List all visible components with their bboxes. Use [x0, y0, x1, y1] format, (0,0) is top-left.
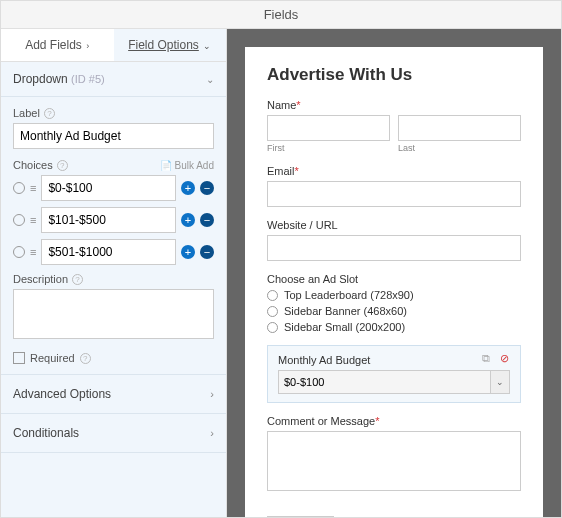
add-choice-button[interactable]: +: [181, 213, 195, 227]
chevron-right-icon: ›: [210, 388, 214, 400]
label-input[interactable]: [13, 123, 214, 149]
budget-select[interactable]: [278, 370, 490, 394]
remove-choice-button[interactable]: −: [200, 181, 214, 195]
bulk-add-link[interactable]: 📄 Bulk Add: [160, 160, 214, 171]
advanced-options-toggle[interactable]: Advanced Options ›: [1, 375, 226, 414]
help-icon[interactable]: ?: [57, 160, 68, 171]
left-panel: Add Fields › Field Options ⌄ Dropdown (I…: [1, 29, 227, 517]
chevron-right-icon: ›: [210, 427, 214, 439]
add-choice-button[interactable]: +: [181, 245, 195, 259]
chevron-down-icon: ⌄: [206, 74, 214, 85]
adslot-option[interactable]: Sidebar Small (200x200): [267, 321, 521, 333]
website-input[interactable]: [267, 235, 521, 261]
help-icon[interactable]: ?: [44, 108, 55, 119]
help-icon[interactable]: ?: [72, 274, 83, 285]
email-input[interactable]: [267, 181, 521, 207]
chevron-down-icon: ⌄: [201, 41, 212, 51]
drag-handle-icon[interactable]: ≡: [30, 246, 36, 258]
add-choice-button[interactable]: +: [181, 181, 195, 195]
choice-default-radio[interactable]: [13, 182, 25, 194]
drag-handle-icon[interactable]: ≡: [30, 182, 36, 194]
adslot-option[interactable]: Sidebar Banner (468x60): [267, 305, 521, 317]
choice-default-radio[interactable]: [13, 214, 25, 226]
delete-icon[interactable]: ⊘: [500, 352, 512, 364]
last-name-input[interactable]: [398, 115, 521, 141]
topbar-title: Fields: [264, 7, 299, 22]
tab-add-fields[interactable]: Add Fields ›: [1, 29, 114, 61]
remove-choice-button[interactable]: −: [200, 213, 214, 227]
choice-input[interactable]: [41, 175, 176, 201]
comment-textarea[interactable]: [267, 431, 521, 491]
help-icon[interactable]: ?: [80, 353, 91, 364]
form-preview: Advertise With Us Name* First Last Email…: [245, 47, 543, 517]
adslot-option[interactable]: Top Leaderboard (728x90): [267, 289, 521, 301]
choice-input[interactable]: [41, 239, 176, 265]
radio-icon: [267, 322, 278, 333]
selected-field-budget[interactable]: ⧉ ⊘ Monthly Ad Budget ⌄: [267, 345, 521, 403]
choice-input[interactable]: [41, 207, 176, 233]
chevron-right-icon: ›: [84, 41, 90, 51]
duplicate-icon[interactable]: ⧉: [482, 352, 494, 364]
form-title: Advertise With Us: [267, 65, 521, 85]
first-name-input[interactable]: [267, 115, 390, 141]
required-checkbox[interactable]: [13, 352, 25, 364]
choice-row: ≡ + −: [13, 207, 214, 233]
preview-area: Advertise With Us Name* First Last Email…: [227, 29, 561, 517]
radio-icon: [267, 290, 278, 301]
radio-icon: [267, 306, 278, 317]
submit-button[interactable]: Submit: [267, 516, 334, 517]
field-header[interactable]: Dropdown (ID #5) ⌄: [1, 62, 226, 97]
conditionals-toggle[interactable]: Conditionals ›: [1, 414, 226, 453]
top-bar: Fields: [1, 1, 561, 29]
choice-row: ≡ + −: [13, 239, 214, 265]
field-settings: Label? Choices? 📄 Bulk Add ≡ + − ≡: [1, 97, 226, 375]
dropdown-toggle-icon[interactable]: ⌄: [490, 370, 510, 394]
description-textarea[interactable]: [13, 289, 214, 339]
remove-choice-button[interactable]: −: [200, 245, 214, 259]
drag-handle-icon[interactable]: ≡: [30, 214, 36, 226]
tab-field-options[interactable]: Field Options ⌄: [114, 29, 227, 61]
choice-default-radio[interactable]: [13, 246, 25, 258]
choice-row: ≡ + −: [13, 175, 214, 201]
